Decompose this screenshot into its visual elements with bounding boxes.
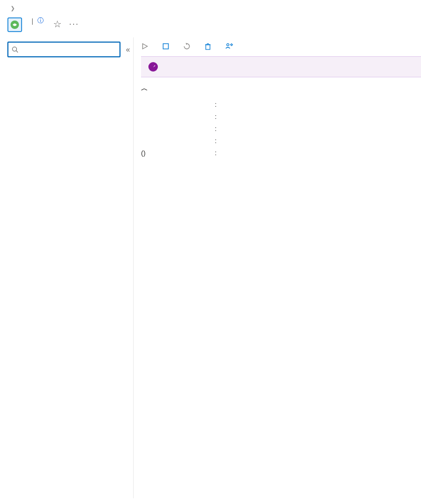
- ess-instance-label: [141, 100, 215, 108]
- chevron-up-icon: ︿: [141, 84, 148, 93]
- search-input[interactable]: [21, 46, 116, 54]
- delete-button[interactable]: [204, 43, 215, 50]
- feedback-button[interactable]: [225, 43, 237, 50]
- main-content: ︿ : : :: [134, 37, 421, 498]
- flush-dns-button[interactable]: [183, 43, 194, 50]
- title-block: | ⓘ: [27, 15, 46, 25]
- more-actions-icon[interactable]: ···: [69, 19, 79, 29]
- tabs: [141, 167, 421, 177]
- svg-rect-5: [206, 45, 210, 49]
- ess-rg-label: [141, 113, 215, 120]
- star-icon[interactable]: ☆: [53, 18, 62, 30]
- breadcrumb: ❯: [0, 0, 421, 14]
- rocket-icon: [148, 62, 158, 72]
- info-icon: ⓘ: [37, 16, 44, 25]
- resource-icon: [7, 17, 22, 32]
- svg-point-8: [227, 44, 229, 46]
- svg-line-3: [16, 51, 18, 52]
- chevron-right-icon: ❯: [11, 5, 15, 11]
- ess-location-label: [141, 125, 215, 133]
- sidebar: «: [0, 37, 134, 498]
- info-banner[interactable]: [141, 56, 421, 77]
- start-button[interactable]: [141, 43, 152, 50]
- essentials-toggle[interactable]: ︿: [141, 84, 421, 93]
- ess-tags-label: (): [141, 149, 215, 157]
- separator: |: [32, 17, 33, 25]
- page-header: | ⓘ ☆ ···: [0, 14, 421, 37]
- stop-button[interactable]: [162, 43, 173, 50]
- scenario-area: [141, 177, 421, 219]
- essentials-section: ︿ : : :: [141, 77, 421, 161]
- svg-rect-4: [163, 44, 168, 49]
- sidebar-search[interactable]: [7, 42, 121, 57]
- collapse-sidebar-icon[interactable]: «: [126, 45, 130, 54]
- toolbar: [141, 37, 421, 56]
- ess-status-label: [141, 137, 215, 145]
- svg-point-2: [13, 47, 17, 51]
